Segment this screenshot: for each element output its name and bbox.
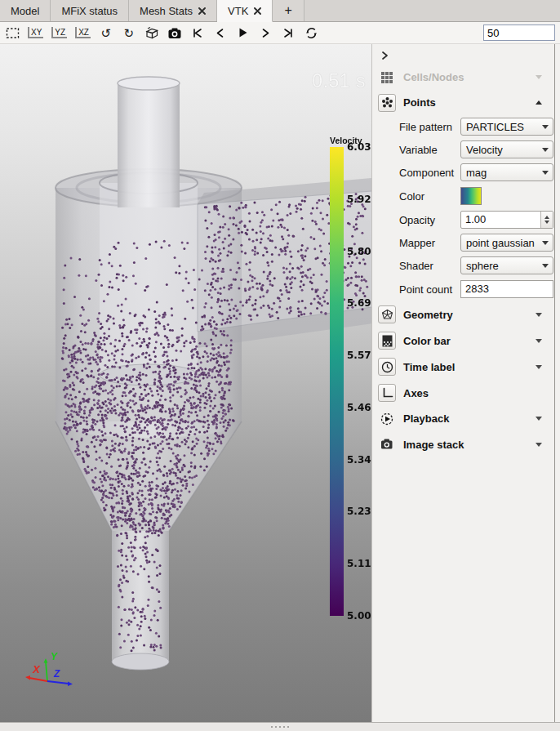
snapshot-camera-icon[interactable]: [167, 25, 182, 41]
colorbar-tick: 5.11: [347, 558, 371, 569]
chevron-down-icon: [542, 125, 549, 129]
colorbar-tick: 5.69: [347, 297, 371, 309]
grid-icon: [378, 69, 396, 87]
shader-select[interactable]: sphere: [460, 256, 553, 274]
z-axis-label: Z: [53, 668, 60, 680]
main-area: 0.51 s Velocity 6.035.925.805.695.575.46…: [0, 44, 560, 722]
rotate-left-icon[interactable]: ↺: [99, 25, 113, 41]
tab-model[interactable]: Model: [0, 0, 51, 21]
close-icon[interactable]: [254, 7, 261, 15]
chevron-down-icon: [542, 148, 549, 152]
variable-select[interactable]: Velocity: [460, 140, 553, 158]
spinner-arrows[interactable]: [540, 212, 553, 228]
colorbar-gradient: [330, 147, 344, 616]
last-frame-icon[interactable]: [282, 25, 296, 41]
colorbar-tick: 5.57: [347, 350, 371, 361]
loop-icon[interactable]: [304, 25, 319, 41]
section-cells-nodes: Cells/Nodes: [372, 65, 554, 90]
section-points[interactable]: Points: [372, 90, 554, 115]
variable-label: Variable: [399, 144, 460, 156]
splitter-handle[interactable]: [0, 722, 560, 731]
color-label: Color: [399, 190, 460, 203]
play-circle-icon[interactable]: [378, 410, 396, 428]
colorbar-tick: 5.92: [347, 194, 371, 205]
section-playback[interactable]: Playback: [372, 406, 554, 431]
vtk-3d-viewport[interactable]: 0.51 s Velocity 6.035.925.805.695.575.46…: [0, 44, 371, 722]
axes-icon[interactable]: [378, 384, 396, 402]
previous-frame-icon[interactable]: [213, 25, 228, 41]
view-xz-button[interactable]: XZ: [75, 25, 91, 41]
point-count-field[interactable]: 2833: [460, 280, 553, 298]
colorbar-icon[interactable]: [378, 332, 396, 350]
opacity-label: Opacity: [399, 214, 460, 226]
tab-add-button[interactable]: +: [273, 0, 304, 21]
chevron-up-icon[interactable]: [536, 100, 542, 105]
orientation-axes: Y X Z: [18, 649, 75, 691]
view-xy-button[interactable]: XY: [28, 25, 43, 41]
chevron-down-icon[interactable]: [536, 443, 542, 447]
colorbar-ticks: 6.035.925.805.695.575.465.345.235.115.00: [347, 147, 371, 616]
section-geometry[interactable]: Geometry: [372, 301, 554, 328]
y-axis-label: Y: [51, 651, 58, 662]
colorbar-tick: 6.03: [347, 141, 371, 153]
colorbar-tick: 5.00: [347, 610, 371, 622]
shader-label: Shader: [399, 260, 460, 272]
next-frame-icon[interactable]: [259, 25, 273, 41]
section-axes[interactable]: Axes: [372, 380, 554, 406]
section-color-bar[interactable]: Color bar: [372, 328, 554, 354]
component-label: Component: [399, 167, 460, 179]
colorbar: Velocity 6.035.925.805.695.575.465.345.2…: [329, 136, 371, 626]
x-axis-label: X: [32, 663, 41, 675]
panel-scroll-gutter[interactable]: [555, 44, 560, 722]
tab-bar: Model MFiX status Mesh Stats VTK +: [0, 0, 560, 22]
chevron-down-icon: [542, 264, 549, 268]
tab-vtk[interactable]: VTK: [217, 0, 273, 22]
collapse-panel-button[interactable]: [380, 51, 389, 60]
chevron-down-icon: [536, 75, 542, 79]
close-icon[interactable]: [198, 7, 206, 15]
colorbar-tick: 5.23: [347, 506, 371, 517]
points-icon[interactable]: [378, 94, 396, 112]
chevron-down-icon: [542, 171, 549, 175]
view-yz-button[interactable]: YZ: [51, 25, 67, 41]
rotate-right-icon[interactable]: ↻: [122, 25, 136, 41]
frame-count-input[interactable]: [483, 25, 555, 41]
chevron-down-icon: [542, 241, 549, 245]
tab-mfix-status[interactable]: MFiX status: [51, 0, 129, 21]
geometry-icon[interactable]: [378, 305, 396, 323]
vtk-toolbar: XY YZ XZ ↺ ↻: [0, 22, 560, 44]
colorbar-tick: 5.80: [347, 246, 371, 257]
particles-layer: [0, 44, 371, 722]
mapper-select[interactable]: point gaussian: [460, 234, 553, 252]
reset-view-icon[interactable]: [5, 25, 20, 41]
vtk-settings-panel: Cells/Nodes Points File pattern PARTICLE…: [371, 44, 560, 722]
tab-mesh-stats[interactable]: Mesh Stats: [129, 0, 217, 21]
first-frame-icon[interactable]: [190, 25, 205, 41]
section-time-label[interactable]: Time label: [372, 354, 554, 380]
chevron-down-icon[interactable]: [536, 365, 542, 369]
chevron-down-icon[interactable]: [536, 313, 542, 317]
section-image-stack[interactable]: Image stack: [372, 431, 554, 457]
mapper-label: Mapper: [399, 237, 460, 249]
component-select[interactable]: mag: [460, 163, 553, 181]
colorbar-tick: 5.46: [347, 402, 371, 413]
camera-icon[interactable]: [378, 435, 396, 453]
opacity-spinbox[interactable]: 1.00: [460, 211, 553, 229]
clock-icon[interactable]: [378, 358, 396, 376]
colormap-swatch-button[interactable]: [460, 187, 482, 205]
point-count-label: Point count: [399, 283, 460, 296]
file-pattern-select[interactable]: PARTICLES: [460, 118, 553, 136]
chevron-down-icon[interactable]: [536, 339, 542, 343]
time-label: 0.51 s: [312, 70, 366, 92]
file-pattern-label: File pattern: [399, 121, 460, 133]
perspective-icon[interactable]: [144, 25, 159, 41]
colorbar-tick: 5.34: [347, 454, 371, 466]
play-icon[interactable]: [236, 25, 251, 41]
chevron-down-icon[interactable]: [536, 417, 542, 421]
